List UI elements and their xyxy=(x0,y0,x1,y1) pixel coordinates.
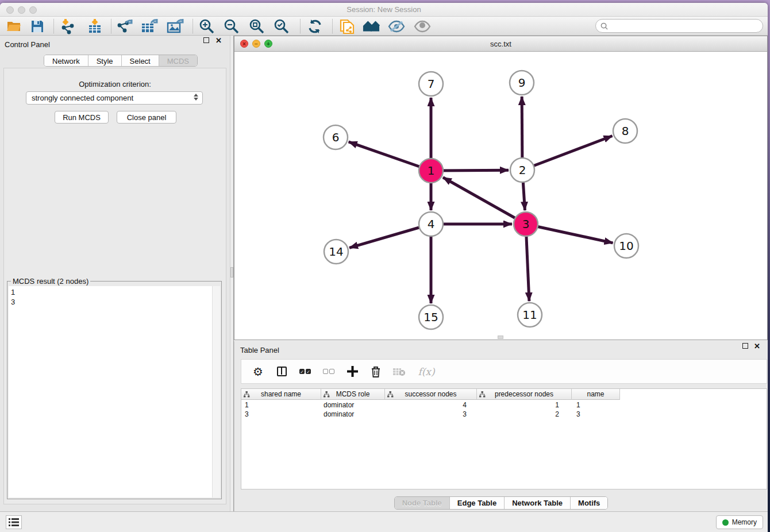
graph-node-9[interactable]: 9 xyxy=(510,71,534,95)
save-session-icon[interactable] xyxy=(29,18,46,34)
table-row[interactable]: 3dominator323 xyxy=(241,410,767,419)
node-table[interactable]: shared nameMCDS rolesuccessor nodesprede… xyxy=(241,388,767,489)
table-cell[interactable]: 3 xyxy=(385,410,477,419)
window-title: Session: New Session xyxy=(0,5,768,14)
table-cell[interactable]: dominator xyxy=(321,400,385,410)
tab-network[interactable]: Network xyxy=(44,55,88,66)
table-cell[interactable]: dominator xyxy=(321,410,385,419)
edge-1-6[interactable] xyxy=(349,142,431,171)
delete-row-icon[interactable] xyxy=(369,365,383,379)
edge-3-1[interactable] xyxy=(443,178,526,224)
close-panel-button[interactable]: Close panel xyxy=(117,111,176,124)
import-table-icon[interactable] xyxy=(86,18,103,34)
refresh-icon[interactable] xyxy=(306,18,324,34)
add-row-icon[interactable] xyxy=(345,365,359,379)
toolbar-separator xyxy=(300,19,301,33)
svg-text:7: 7 xyxy=(428,77,435,91)
show-panel-icon[interactable] xyxy=(414,18,431,34)
zoom-in-icon[interactable] xyxy=(198,18,215,34)
column-header-2[interactable]: successor nodes xyxy=(385,389,477,400)
export-network-icon[interactable] xyxy=(116,18,133,34)
clone-network-icon[interactable] xyxy=(338,18,356,34)
table-cell[interactable]: 3 xyxy=(241,410,321,419)
splitter-grip-icon[interactable] xyxy=(230,267,233,277)
table-cell[interactable]: 1 xyxy=(572,400,620,410)
graph-node-8[interactable]: 8 xyxy=(613,119,637,143)
panel-splitter[interactable] xyxy=(230,36,234,511)
export-table-icon[interactable] xyxy=(141,18,158,34)
graph-node-4[interactable]: 4 xyxy=(419,212,443,236)
graph-node-7[interactable]: 7 xyxy=(419,72,443,96)
run-mcds-button[interactable]: Run MCDS xyxy=(55,111,109,124)
criterion-select[interactable]: strongly connected component xyxy=(26,91,203,105)
table-cell[interactable]: 1 xyxy=(477,400,572,410)
network-window-titlebar[interactable]: × − + scc.txt xyxy=(234,36,767,52)
tab-select[interactable]: Select xyxy=(122,55,159,66)
column-header-1[interactable]: MCDS role xyxy=(321,389,385,400)
table-row[interactable]: 1dominator411 xyxy=(241,400,767,410)
table-cell[interactable]: 4 xyxy=(385,400,477,410)
delete-table-icon[interactable] xyxy=(392,365,406,379)
search-input[interactable] xyxy=(611,22,763,30)
close-table-panel-icon[interactable]: ✕ xyxy=(754,342,760,350)
table-cell[interactable]: 1 xyxy=(241,400,321,410)
open-session-icon[interactable] xyxy=(5,18,22,34)
table-cell[interactable]: 2 xyxy=(477,410,572,419)
canvas-resize-grip[interactable] xyxy=(498,336,503,339)
edge-2-8[interactable] xyxy=(522,136,613,170)
mcds-result-legend: MCDS result (2 nodes) xyxy=(11,277,90,286)
zoom-selected-icon[interactable] xyxy=(273,18,290,34)
tab-network-table[interactable]: Network Table xyxy=(505,497,571,509)
network-canvas-svg[interactable]: 7968124314101511 xyxy=(234,52,767,340)
control-panel-tabs: Network Style Select MCDS xyxy=(44,55,198,67)
mcds-panel: Optimization criterion: strongly connect… xyxy=(3,68,226,504)
graph-node-6[interactable]: 6 xyxy=(324,125,348,149)
columns-icon[interactable] xyxy=(275,365,288,379)
column-header-4[interactable]: name xyxy=(572,389,620,400)
column-header-3[interactable]: predecessor nodes xyxy=(477,389,572,400)
zoom-out-icon[interactable] xyxy=(223,18,240,34)
function-builder-icon[interactable]: f(x) xyxy=(416,365,437,379)
select-all-icon[interactable]: ✓✓ xyxy=(298,365,312,379)
search-field[interactable] xyxy=(595,19,763,33)
close-panel-icon[interactable]: ✕ xyxy=(215,36,222,45)
graph-node-14[interactable]: 14 xyxy=(324,240,348,264)
table-panel-header: Table Panel ✕ xyxy=(234,341,768,356)
titlebar: Session: New Session xyxy=(0,3,768,17)
column-type-icon xyxy=(244,391,250,398)
toolbar-separator xyxy=(53,19,54,33)
import-network-icon[interactable] xyxy=(59,18,76,34)
hide-panel-icon[interactable] xyxy=(388,18,405,34)
graph-node-15[interactable]: 15 xyxy=(419,305,443,329)
tab-node-table[interactable]: Node Table xyxy=(395,497,450,509)
graph-node-10[interactable]: 10 xyxy=(614,234,638,258)
svg-text:3: 3 xyxy=(522,217,530,231)
export-image-icon[interactable] xyxy=(167,18,184,34)
svg-text:1: 1 xyxy=(428,164,435,178)
table-cell[interactable]: 3 xyxy=(572,410,620,419)
task-history-button[interactable] xyxy=(6,515,22,529)
result-scrollbar[interactable] xyxy=(212,286,220,498)
memory-button[interactable]: Memory xyxy=(716,515,763,529)
graph-node-11[interactable]: 11 xyxy=(518,303,542,327)
network-window-title: scc.txt xyxy=(234,40,767,48)
svg-text:8: 8 xyxy=(622,124,629,138)
float-table-panel-icon[interactable] xyxy=(742,343,748,349)
gear-icon[interactable]: ⚙ xyxy=(251,365,265,379)
svg-text:2: 2 xyxy=(519,163,526,177)
graph-node-1[interactable]: 1 xyxy=(419,159,443,183)
graph-node-2[interactable]: 2 xyxy=(510,158,534,182)
deselect-all-icon[interactable] xyxy=(322,365,336,379)
column-header-0[interactable]: shared name xyxy=(241,389,321,400)
float-panel-icon[interactable] xyxy=(203,37,209,43)
tab-style[interactable]: Style xyxy=(88,55,122,66)
search-icon xyxy=(600,22,608,30)
svg-text:6: 6 xyxy=(332,130,340,144)
home-icon[interactable] xyxy=(363,18,380,34)
edge-3-10[interactable] xyxy=(526,224,613,243)
zoom-fit-icon[interactable] xyxy=(248,18,265,34)
tab-mcds[interactable]: MCDS xyxy=(159,55,197,66)
tab-motifs[interactable]: Motifs xyxy=(571,497,607,509)
tab-edge-table[interactable]: Edge Table xyxy=(450,497,505,509)
graph-node-3[interactable]: 3 xyxy=(514,212,538,236)
